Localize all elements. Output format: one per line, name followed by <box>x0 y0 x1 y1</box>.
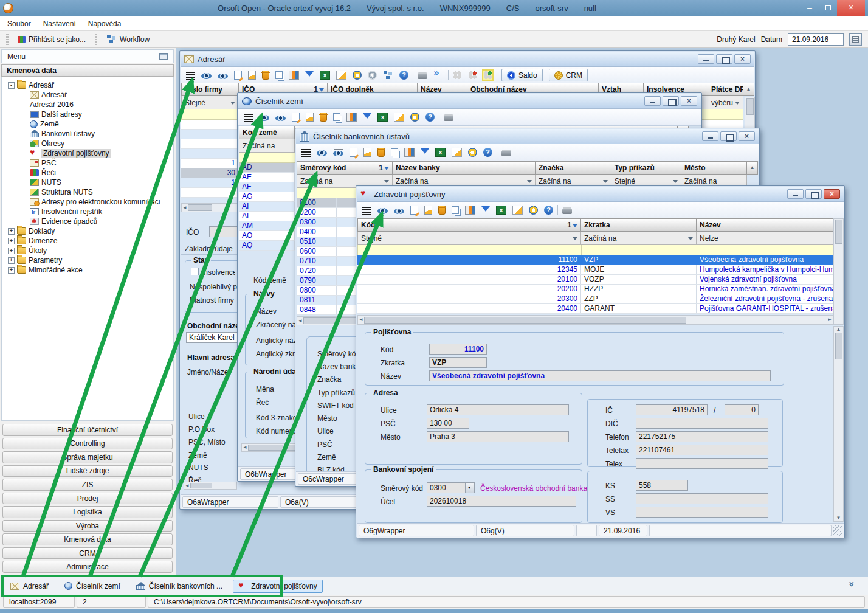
close-button[interactable] <box>824 189 840 199</box>
column-header[interactable]: Značka <box>536 161 611 175</box>
main-minimize-button[interactable]: – <box>801 0 819 16</box>
module-vyroba[interactable]: Výroba <box>2 520 173 532</box>
taskbar-item-adresar[interactable]: Adresář <box>5 580 54 593</box>
zkratka-field[interactable]: VZP <box>429 357 487 368</box>
table-row[interactable]: 20100VOZPVojenská zdravotní pojišťovna <box>357 275 833 285</box>
filter-cell[interactable]: Stejné <box>357 232 581 245</box>
table-row[interactable]: 20400GARANTPojišťovna GARANT-HOSPITAL - … <box>357 304 833 314</box>
expand-icon[interactable]: + <box>8 267 15 274</box>
h-scrollbar[interactable]: ◄ <box>181 203 239 212</box>
table-row[interactable]: 20300ZZPŽelezniční zdravotní pojišťovna … <box>357 294 833 304</box>
smerovy-kod-spinner[interactable] <box>466 482 475 493</box>
module-prodej[interactable]: Prodej <box>2 493 173 505</box>
collapse-icon[interactable]: - <box>8 82 15 89</box>
excel-export-icon[interactable] <box>320 71 330 80</box>
menu-nastaveni[interactable]: Nastavení <box>43 19 76 28</box>
table-row[interactable]: 20200HZZPHornická zaměstnan. zdravotní p… <box>357 285 833 294</box>
notes-icon[interactable] <box>336 71 346 80</box>
taskbar-item-banky[interactable]: Číselník bankovních ... <box>131 580 228 593</box>
tree-item-dalsi-adresy[interactable]: Další adresy <box>2 109 173 119</box>
print-icon[interactable] <box>562 209 572 214</box>
taskbar-overflow-icon[interactable]: » <box>847 581 856 587</box>
tree-item-adresy-el-komunikace[interactable]: Adresy pro elektronickou komunikaci <box>2 197 173 207</box>
tree-item-reci[interactable]: Řeči <box>2 168 173 178</box>
minimize-button[interactable] <box>698 54 714 64</box>
calendar-icon[interactable] <box>849 33 862 46</box>
date-field[interactable]: 21.09.2016 <box>788 33 844 46</box>
menu-soubor[interactable]: Soubor <box>7 19 31 28</box>
table-settings-icon[interactable] <box>289 71 299 80</box>
module-zis[interactable]: ZIS <box>2 479 173 491</box>
filter-cell[interactable]: výběru <box>708 96 743 109</box>
dic-field[interactable] <box>636 418 768 429</box>
tree-item-zeme[interactable]: Země <box>2 119 173 129</box>
tree-item-struktura-nuts[interactable]: Struktura NUTS <box>2 187 173 197</box>
help-icon[interactable] <box>399 71 408 80</box>
close-button[interactable] <box>734 54 751 64</box>
grid-menu-icon[interactable] <box>301 149 311 157</box>
column-header[interactable]: Název <box>697 218 833 232</box>
tree-item-doklady[interactable]: +Doklady <box>2 226 173 236</box>
workflow-button[interactable]: Workflow <box>103 33 153 45</box>
restore-button[interactable] <box>716 54 732 64</box>
menu-napoveda[interactable]: Nápověda <box>88 19 122 28</box>
grid-menu-icon[interactable] <box>186 72 195 80</box>
column-header[interactable]: Zkratka <box>581 218 697 232</box>
forward-icon[interactable] <box>433 71 444 80</box>
crm-button[interactable]: CRM <box>549 69 588 81</box>
clover-gray-icon[interactable] <box>453 71 462 80</box>
excel-export-icon[interactable] <box>496 206 506 215</box>
kod-field[interactable]: 11100 <box>429 344 487 355</box>
tree-item-okresy[interactable]: Okresy <box>2 139 173 148</box>
copy-record-icon[interactable] <box>452 206 459 214</box>
media-icon[interactable] <box>368 71 377 80</box>
tab-zakladni-udaje[interactable]: Základní údaje <box>185 244 233 253</box>
help-icon[interactable] <box>425 113 435 122</box>
module-kmenova-data[interactable]: Kmenová data <box>2 533 173 545</box>
taskbar-item-zemi[interactable]: Číselník zemí <box>59 580 126 593</box>
minimize-button[interactable] <box>644 96 661 106</box>
zemi-titlebar[interactable]: Číselník zemí <box>238 94 701 109</box>
bank-titlebar[interactable]: Číselník bankovních ústavů <box>296 129 759 144</box>
column-header[interactable]: Směrový kód1 <box>297 161 393 175</box>
expand-icon[interactable]: + <box>8 238 15 244</box>
copy-record-icon[interactable] <box>391 148 398 156</box>
tree-item-mimoradne-akce[interactable]: +Mimořádné akce <box>2 265 173 275</box>
module-crm[interactable]: CRM <box>2 547 173 559</box>
column-header[interactable]: Kód země <box>239 126 295 139</box>
tree-item-zdravotni-pojistovny[interactable]: Zdravotní pojišťovny <box>2 148 173 158</box>
form-h-scrollbar[interactable]: ◄ <box>184 482 237 490</box>
edit-record-icon[interactable] <box>248 71 256 80</box>
scheduler-icon[interactable] <box>353 71 362 80</box>
new-record-icon[interactable] <box>350 148 357 157</box>
filter-icon[interactable] <box>305 71 314 81</box>
ks-field[interactable]: 558 <box>636 480 688 491</box>
column-header[interactable]: Typ příkazů <box>611 161 681 175</box>
column-header[interactable]: Město <box>681 161 747 175</box>
table-row-selected[interactable]: 11100VZPVšeobecná zdravotní pojišťovna <box>357 255 833 265</box>
delete-record-icon[interactable] <box>262 71 269 80</box>
telex-field[interactable] <box>636 458 768 469</box>
scheduler-icon[interactable] <box>410 113 419 122</box>
delete-record-icon[interactable] <box>438 206 446 215</box>
tree-item-adresar-2016[interactable]: Adresář 2016 <box>2 100 173 109</box>
view-columns-icon[interactable] <box>275 116 286 121</box>
copy-record-icon[interactable] <box>333 113 340 121</box>
ucet-field[interactable]: 202610018 <box>427 496 576 507</box>
edit-record-icon[interactable] <box>306 113 314 122</box>
restore-button[interactable] <box>805 189 822 199</box>
minimize-button[interactable] <box>702 131 718 141</box>
scrollbar-top[interactable]: ▲ <box>747 161 758 175</box>
tree-item-ukoly[interactable]: +Úkoly <box>2 246 173 255</box>
expand-icon[interactable]: + <box>8 248 15 254</box>
tree-item-insolvencni-rejstrik[interactable]: Insolvenční rejstřík <box>2 207 173 216</box>
ic2-field[interactable]: 0 <box>725 404 759 415</box>
ss-field[interactable] <box>636 493 768 504</box>
filter-icon[interactable] <box>421 148 429 158</box>
column-header[interactable]: Číslo firmy <box>181 83 239 96</box>
tree-item-evidence-upadcu[interactable]: Evidence úpadců <box>2 216 173 226</box>
restore-button[interactable] <box>720 131 737 141</box>
section-header[interactable]: Kmenová data <box>1 64 174 77</box>
filter-cell[interactable]: Nelze <box>697 232 833 245</box>
help-icon[interactable] <box>544 206 553 215</box>
